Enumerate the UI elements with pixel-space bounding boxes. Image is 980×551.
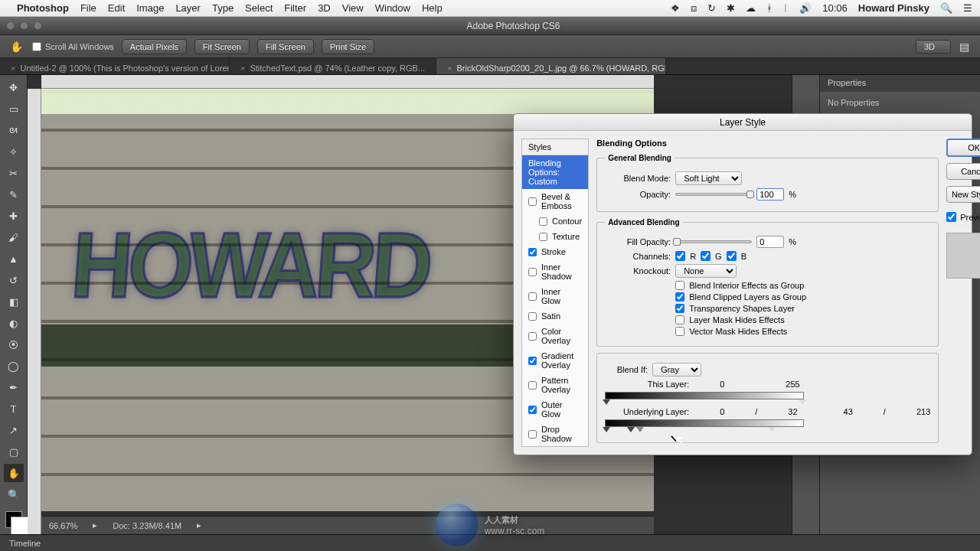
hand-tool-icon[interactable]: ✋	[4, 464, 24, 482]
color-swatch[interactable]	[5, 511, 22, 528]
document-tab[interactable]: ×StitchedText.psd @ 74% (Leather copy, R…	[230, 58, 436, 74]
close-icon[interactable]: ×	[240, 64, 245, 73]
blend-clipped-checkbox[interactable]	[675, 292, 684, 302]
bluetooth-icon[interactable]: ᚼ	[766, 2, 773, 14]
print-size-button[interactable]: Print Size	[322, 39, 374, 54]
transparency-checkbox[interactable]	[675, 304, 684, 313]
crop-tool-icon[interactable]: ✂	[4, 164, 24, 182]
menu-type[interactable]: Type	[212, 2, 234, 14]
notif-icon[interactable]: ☰	[963, 2, 972, 14]
menu-file[interactable]: File	[80, 2, 96, 14]
lasso-tool-icon[interactable]: ᘛ	[4, 121, 24, 139]
style-pattern-overlay[interactable]: Pattern Overlay	[522, 373, 588, 397]
close-icon[interactable]: ×	[447, 64, 452, 73]
stamp-tool-icon[interactable]: ▲	[4, 249, 24, 268]
document-tab[interactable]: ×Untitled-2 @ 100% (This is Photoshop's …	[0, 58, 230, 74]
wifi-icon[interactable]: ⧙	[783, 2, 789, 14]
close-icon[interactable]: ×	[11, 64, 15, 73]
channel-r[interactable]	[675, 251, 685, 261]
styles-header[interactable]: Styles	[522, 139, 588, 155]
brush-tool-icon[interactable]: 🖌	[4, 228, 24, 246]
opacity-slider[interactable]	[675, 193, 752, 196]
type-tool-icon[interactable]: T	[4, 399, 24, 418]
shape-tool-icon[interactable]: ▢	[4, 442, 24, 461]
ruler-vertical[interactable]	[28, 89, 41, 534]
this-layer-gradient[interactable]	[605, 392, 804, 399]
menu-edit[interactable]: Edit	[108, 2, 125, 14]
style-gradient-overlay[interactable]: Gradient Overlay	[522, 348, 588, 373]
app-menu[interactable]: Photoshop	[17, 2, 69, 14]
user-menu[interactable]: Howard Pinsky	[858, 2, 929, 14]
gradient-tool-icon[interactable]: ◐	[4, 314, 24, 332]
dropbox-icon[interactable]: ⧈	[691, 2, 697, 15]
fill-screen-button[interactable]: Fill Screen	[257, 39, 314, 54]
vector-mask-checkbox[interactable]	[675, 327, 684, 336]
marquee-tool-icon[interactable]: ▭	[4, 99, 24, 118]
pen-tool-icon[interactable]: ✒	[4, 378, 24, 396]
menu-3d[interactable]: 3D	[318, 2, 331, 14]
menu-help[interactable]: Help	[422, 2, 443, 14]
channel-g[interactable]	[701, 251, 710, 261]
style-blending-options[interactable]: Blending Options: Custom	[522, 155, 588, 189]
eyedropper-tool-icon[interactable]: ✎	[4, 185, 24, 204]
move-tool-icon[interactable]: ✥	[4, 78, 24, 96]
ruler-horizontal[interactable]	[41, 75, 654, 89]
healing-tool-icon[interactable]: ✚	[4, 207, 24, 225]
document-tab[interactable]: ×BrickOldSharp0200_20_L.jpg @ 66.7% (HOW…	[436, 58, 666, 74]
traffic-lights[interactable]	[6, 21, 42, 30]
style-inner-shadow[interactable]: Inner Shadow	[522, 259, 588, 284]
zoom-tool-icon[interactable]: 🔍	[4, 485, 24, 504]
zoom-level[interactable]: 66.67%	[49, 521, 77, 530]
new-style-button[interactable]: New Style...	[946, 186, 980, 203]
knockout-select[interactable]: None	[675, 264, 737, 278]
history-brush-icon[interactable]: ↺	[4, 271, 24, 289]
style-satin[interactable]: Satin	[522, 308, 588, 324]
style-color-overlay[interactable]: Color Overlay	[522, 324, 588, 348]
view-mode-select[interactable]: 3D	[916, 40, 951, 54]
style-bevel-emboss[interactable]: Bevel & Emboss	[522, 189, 588, 214]
style-drop-shadow[interactable]: Drop Shadow	[522, 422, 588, 446]
style-contour[interactable]: Contour	[522, 214, 588, 229]
style-inner-glow[interactable]: Inner Glow	[522, 284, 588, 308]
opacity-input[interactable]	[756, 188, 784, 201]
cloud-icon[interactable]: ☁	[746, 2, 756, 14]
preview-checkbox[interactable]: Preview	[946, 212, 980, 222]
menu-window[interactable]: Window	[375, 2, 410, 14]
volume-icon[interactable]: 🔊	[799, 2, 812, 14]
channel-b[interactable]	[727, 251, 737, 261]
fill-opacity-input[interactable]	[756, 236, 784, 248]
panel-tab[interactable]: Properties	[820, 75, 874, 92]
menu-view[interactable]: View	[342, 2, 364, 14]
under-layer-gradient[interactable]	[605, 419, 804, 427]
doc-size[interactable]: Doc: 3.23M/8.41M	[113, 521, 181, 530]
arrow-icon[interactable]: ▸	[93, 520, 97, 530]
scroll-all-windows[interactable]: Scroll All Windows	[32, 42, 114, 51]
layer-mask-checkbox[interactable]	[675, 315, 684, 324]
blur-tool-icon[interactable]: ⦿	[4, 335, 24, 354]
path-tool-icon[interactable]: ↗	[4, 421, 24, 439]
blend-interior-checkbox[interactable]	[675, 281, 684, 290]
view-options-icon[interactable]: ▤	[956, 38, 972, 55]
blend-mode-select[interactable]: Soft Light	[675, 171, 742, 185]
eraser-tool-icon[interactable]: ◧	[4, 292, 24, 311]
wand-tool-icon[interactable]: ✧	[4, 142, 24, 161]
style-outer-glow[interactable]: Outer Glow	[522, 397, 588, 422]
fit-screen-button[interactable]: Fit Screen	[194, 39, 250, 54]
menu-select[interactable]: Select	[245, 2, 273, 14]
menu-extra-icon[interactable]: ❖	[671, 2, 680, 14]
menu-filter[interactable]: Filter	[284, 2, 306, 14]
blend-if-select[interactable]: Gray	[652, 363, 701, 377]
menu-layer[interactable]: Layer	[175, 2, 201, 14]
fill-opacity-slider[interactable]	[675, 240, 752, 243]
style-texture[interactable]: Texture	[522, 229, 588, 244]
menu-image[interactable]: Image	[136, 2, 164, 14]
actual-pixels-button[interactable]: Actual Pixels	[122, 39, 187, 54]
ok-button[interactable]: OK	[946, 139, 980, 157]
arrow-icon[interactable]: ▸	[197, 520, 201, 530]
timeline-panel[interactable]: Timeline	[0, 534, 980, 551]
dodge-tool-icon[interactable]: ◯	[4, 357, 24, 375]
sync-icon[interactable]: ↻	[707, 2, 716, 14]
spotlight-icon[interactable]: 🔍	[940, 2, 952, 14]
clock[interactable]: 10:06	[822, 2, 848, 14]
hand-tool-icon[interactable]: ✋	[8, 38, 24, 55]
